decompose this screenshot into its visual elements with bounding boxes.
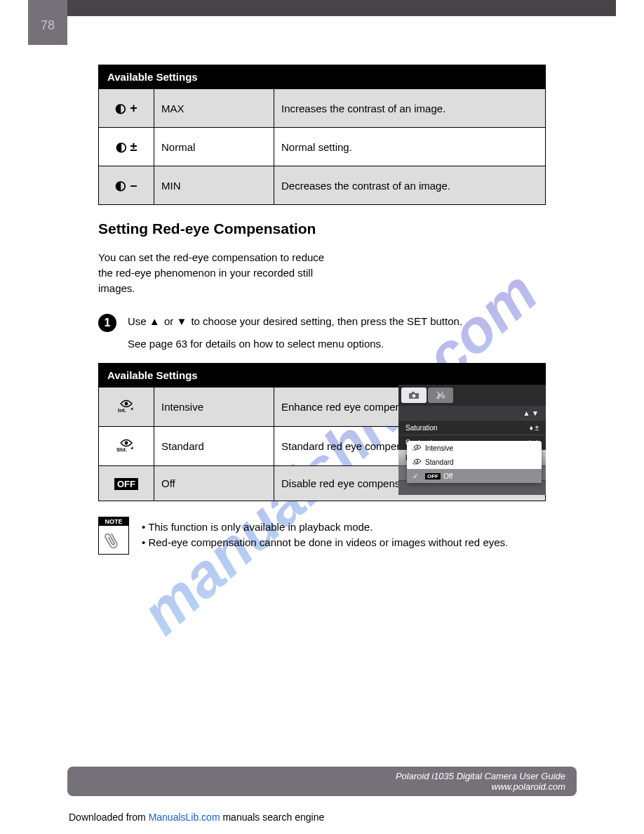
off-icon: OFF (114, 478, 138, 490)
camera-icon (408, 391, 420, 399)
svg-text:Int.: Int. (118, 407, 126, 413)
svg-rect-2 (412, 392, 415, 394)
page-tab: 78 (28, 0, 67, 45)
svg-point-3 (412, 395, 416, 398)
note-icon: NOTE (98, 517, 129, 555)
menu-nav-row: ▲ ▼ (398, 406, 546, 420)
footer-doc-title: Polaroid i1035 Digital Camera User Guide (396, 771, 565, 781)
setting-desc: Increases the contrast of an image. (274, 89, 546, 128)
setting-type: Intensive (154, 387, 274, 426)
setting-type: Off (154, 465, 274, 501)
svg-text:Std.: Std. (116, 446, 127, 452)
paperclip-icon (105, 530, 121, 555)
down-arrow-icon: ▼ (176, 315, 188, 327)
contrast-plus-icon: ◐ + (115, 101, 137, 115)
section-intro: You can set the red-eye compensation to … (98, 250, 337, 296)
section-title: Setting Red-eye Compensation (98, 220, 546, 237)
setting-type: MIN (154, 166, 274, 205)
step-hint: See page 63 for details on how to select… (128, 336, 546, 352)
svg-point-10 (125, 441, 128, 444)
menu-row-saturation: Saturation ♦ ± (398, 420, 546, 435)
note-block: NOTE This function is only available in … (98, 517, 546, 555)
redeye-intensive-icon: Int. (116, 399, 136, 413)
note-item: Red-eye compensation cannot be done in v… (142, 535, 508, 550)
option-intensive: Int. Intensive (407, 441, 542, 455)
camera-tab (401, 388, 427, 403)
table-row: ◐ + MAX Increases the contrast of an ima… (99, 89, 546, 128)
setting-type: MAX (154, 89, 274, 128)
step-number: 1 (98, 314, 116, 332)
setting-type: Standard (154, 426, 274, 465)
header-bar (28, 0, 616, 16)
option-off: ✓ OFF Off (407, 469, 542, 483)
camera-menu-screenshot: ▲ ▼ Saturation ♦ ± Contrast ◐ ± Red-eye … (398, 385, 546, 494)
manualslib-link[interactable]: ManualsLib.com (149, 812, 220, 823)
redeye-options-popup: Int. Intensive Std. Standard ✓ OFF Off (407, 441, 542, 483)
tools-tab (428, 388, 453, 403)
table-header: Available Settings (99, 65, 546, 89)
up-arrow-icon: ▲ (149, 315, 161, 327)
setting-type: Normal (154, 128, 274, 166)
footer-site: www.polaroid.com (492, 781, 566, 792)
contrast-settings-table: Available Settings ◐ + MAX Increases the… (98, 65, 546, 205)
redeye-int-icon: Int. (412, 444, 422, 451)
footer-links: Downloaded from ManualsLib.com manuals s… (69, 812, 324, 823)
table-row: ◐ – MIN Decreases the contrast of an ima… (99, 166, 546, 205)
table-row: ◐ ± Normal Normal setting. (99, 128, 546, 166)
note-item: This function is only available in playb… (142, 519, 508, 535)
off-badge: OFF (425, 473, 441, 479)
setting-desc: Normal setting. (274, 128, 546, 166)
step-text: Use ▲ or ▼ to choose your desired settin… (128, 314, 546, 352)
tools-icon (435, 390, 446, 400)
page-number: 78 (28, 0, 67, 33)
redeye-std-icon: Std. (412, 458, 422, 465)
svg-point-8 (125, 402, 128, 405)
setting-desc: Decreases the contrast of an image. (274, 166, 546, 205)
option-standard: Std. Standard (407, 455, 542, 469)
nav-arrows: ▲ ▼ (523, 409, 539, 417)
footer-bar: Polaroid i1035 Digital Camera User Guide… (67, 767, 577, 796)
note-list: This function is only available in playb… (142, 519, 508, 555)
svg-text:Int.: Int. (412, 448, 417, 451)
redeye-standard-icon: Std. (116, 438, 136, 452)
svg-text:Std.: Std. (412, 462, 419, 465)
contrast-normal-icon: ◐ ± (116, 140, 137, 154)
contrast-minus-icon: ◐ – (115, 178, 137, 192)
table-header: Available Settings (99, 363, 546, 387)
